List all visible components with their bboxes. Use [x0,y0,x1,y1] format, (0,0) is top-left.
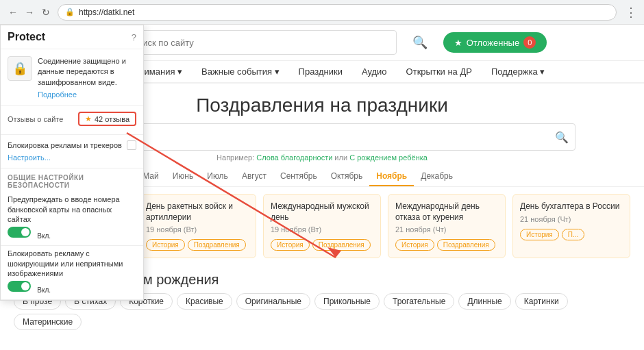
refresh-button[interactable]: ↻ [40,6,52,18]
card-actions-2: История Поздравления [271,239,373,251]
reviews-header: Отзывы о сайте ★ 42 отзыва [8,112,136,126]
setting-bank-card-toggle[interactable] [8,227,31,238]
ad-blocking-label: Блокировка рекламы и трекеров [8,140,122,150]
connection-lock-icon: 🔒 [8,56,32,81]
card-title-1: День ракетных войск и артиллерии [146,201,249,223]
card-buhgalter: День бухгалтера в России 21 ноября (Чт) … [512,194,630,258]
lock-icon: 🔒 [65,8,75,16]
reviews-section: Отзывы о сайте ★ 42 отзыва [1,106,143,135]
protect-title: Protect [8,31,45,43]
ad-blocking-section: Блокировка рекламы и трекеров Настроить.… [1,135,143,168]
nav-item-audio[interactable]: Аудио [354,61,395,82]
tag-beautiful[interactable]: Красивые [177,293,232,310]
url-text: https://datki.net [79,8,134,17]
search-input[interactable] [123,30,397,55]
nav-item-podderzhka[interactable]: Поддержка ▾ [483,61,553,82]
connection-text: Соединение защищено и данные передаются … [38,56,136,88]
main-content: DATKI ТВОЯ ДАТА • ТВОЙ ПРАЗДНИК 🔍 ★ Отло… [0,25,644,350]
card-btn-history-2[interactable]: История [271,239,310,251]
card-muzhskoy: Международный мужской день 19 ноября (Вт… [263,194,381,258]
browser-menu[interactable]: ⋮ [625,5,637,20]
address-bar[interactable]: 🔒 https://datki.net [58,4,617,21]
card-btn-congrats-4[interactable]: П... [562,229,585,240]
tag-funny[interactable]: Прикольные [314,293,380,310]
postponed-badge: 0 [523,36,536,49]
protect-help[interactable]: ? [132,32,136,42]
reviews-count: 42 отзыва [95,115,129,123]
general-settings-title: ОБЩИЕ НАСТРОЙКИ БЕЗОПАСНОСТИ [1,168,143,192]
nav-item-prazdniki[interactable]: Праздники [290,61,351,82]
card-btn-history-4[interactable]: История [520,229,559,240]
card-btn-congrats-1[interactable]: Поздравления [188,239,246,251]
tab-june[interactable]: Июнь [166,167,201,186]
tag-long[interactable]: Длинные [458,293,510,310]
tab-december[interactable]: Декабрь [414,167,460,186]
customize-link[interactable]: Настроить... [8,153,51,162]
search-hint: Например: Слова благодарности или С рожд… [69,153,575,162]
setting-shocking-ads-text: Блокировать рекламу с шокирующими или не… [8,249,136,278]
setting-bank-card-text: Предупреждать о вводе номера банковской … [8,195,136,224]
card-btn-congrats-2[interactable]: Поздравления [312,239,371,251]
star-icon: ★ [454,38,462,48]
postponed-label: Отложенные [467,38,519,48]
ad-blocking-checkbox [127,140,136,150]
setting-shocking-ads-label: Вкл. [37,286,51,294]
card-date-1: 19 ноября (Вт) [146,225,249,234]
nav-buttons: ← → ↻ [7,6,52,18]
second-search-input[interactable] [69,123,575,151]
postponed-button[interactable]: ★ Отложенные 0 [443,32,547,53]
protect-panel: Protect ? 🔒 Соединение защищено и данные… [0,25,144,301]
card-title-2: Международный мужской день [271,201,373,223]
card-date-3: 21 ноября (Чт) [395,225,498,234]
star-icon: ★ [85,114,92,123]
card-date-2: 19 ноября (Вт) [271,225,373,234]
card-actions-3: История Поздравления [395,239,498,251]
back-button[interactable]: ← [7,6,19,18]
tab-july[interactable]: Июль [200,167,235,186]
tab-august[interactable]: Август [235,167,273,186]
card-actions-4: История П... [520,229,623,240]
card-date-4: 21 ноября (Чт) [520,215,623,223]
reviews-label: Отзывы о сайте [8,115,63,123]
card-actions-1: История Поздравления [146,239,249,251]
setting-bank-card-label: Вкл. [37,232,51,240]
second-search-icon: 🔍 [555,131,569,144]
connection-link[interactable]: Подробнее [38,90,136,99]
card-title-4: День бухгалтера в России [520,201,623,212]
toggle-knob-1 [21,228,29,236]
ad-blocking-check[interactable] [127,140,136,150]
card-btn-history-1[interactable]: История [146,239,185,251]
nav-item-otkrytki[interactable]: Открытки на ДР [398,61,480,82]
reviews-badge[interactable]: ★ 42 отзыва [78,112,136,126]
nav-item-vazhnye[interactable]: Важные события ▾ [193,61,288,82]
protect-header: Protect ? [1,25,143,49]
tag-touching[interactable]: Трогательные [384,293,454,310]
tag-original[interactable]: Оригинальные [236,293,310,310]
setting-shocking-ads: Блокировать рекламу с шокирующими или не… [1,246,143,300]
setting-bank-card: Предупреждать о вводе номера банковской … [1,192,143,246]
card-btn-history-3[interactable]: История [395,239,434,251]
ad-blocking-row: Блокировка рекламы и трекеров [8,140,136,150]
tab-october[interactable]: Октябрь [324,167,370,186]
card-raketnye: День ракетных войск и артиллерии 19 нояб… [138,194,256,258]
forward-button[interactable]: → [23,6,36,18]
tag-maternal[interactable]: Материнские [14,314,82,330]
setting-shocking-ads-toggle[interactable] [8,281,31,292]
toggle-knob-2 [21,282,29,290]
tab-september[interactable]: Сентябрь [273,167,324,186]
card-title-3: Международный день отказа от курения [395,201,498,223]
card-btn-congrats-3[interactable]: Поздравления [437,239,495,251]
tab-november[interactable]: Ноябрь [369,167,414,186]
card-kurenie: Международный день отказа от курения 21 … [388,194,506,258]
tag-pictures[interactable]: Картинки [515,293,568,310]
browser-chrome: ← → ↻ 🔒 https://datki.net ⋮ [0,0,644,25]
search-button[interactable]: 🔍 [408,30,432,55]
protect-connection: 🔒 Соединение защищено и данные передаютс… [1,49,143,106]
